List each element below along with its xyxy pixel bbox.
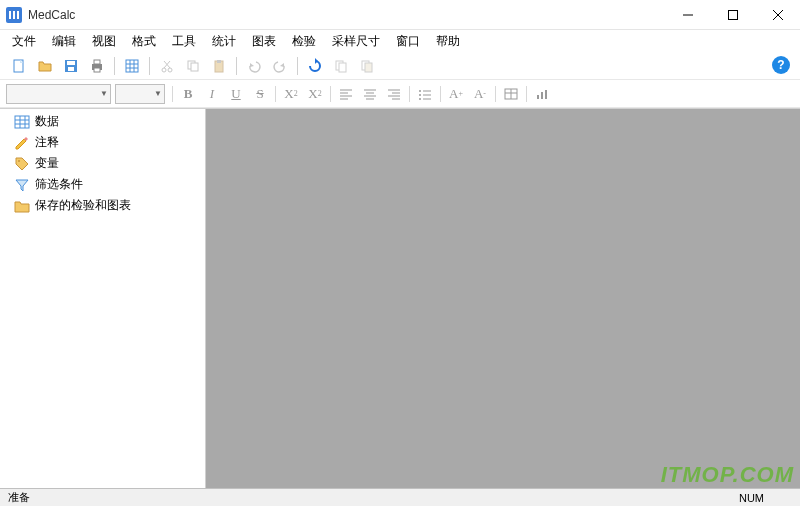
chart-format-button[interactable] [531,83,553,105]
menu-sample[interactable]: 采样尺寸 [324,31,388,52]
pencil-icon [14,135,30,151]
titlebar: MedCalc [0,0,800,30]
menu-edit[interactable]: 编辑 [44,31,84,52]
print-button[interactable] [85,54,109,78]
funnel-icon [14,177,30,193]
menu-chart[interactable]: 图表 [244,31,284,52]
increase-font-button[interactable]: A+ [445,83,467,105]
align-left-button[interactable] [335,83,357,105]
close-button[interactable] [755,0,800,30]
menu-format[interactable]: 格式 [124,31,164,52]
separator [495,86,496,102]
font-combo[interactable]: ▼ [6,84,111,104]
svg-rect-23 [217,60,221,63]
paste-button[interactable] [207,54,231,78]
menu-stats[interactable]: 统计 [204,31,244,52]
main-toolbar [0,52,800,80]
refresh-button[interactable] [303,54,327,78]
tree-item-label: 数据 [35,113,59,130]
tree-item-filter[interactable]: 筛选条件 [0,174,205,195]
grid-button[interactable] [120,54,144,78]
tree-item-variables[interactable]: 变量 [0,153,205,174]
tree-item-label: 保存的检验和图表 [35,197,131,214]
menu-view[interactable]: 视图 [84,31,124,52]
separator [440,86,441,102]
svg-rect-11 [126,60,138,72]
svg-point-41 [419,94,421,96]
svg-rect-49 [537,95,539,99]
svg-point-17 [168,68,172,72]
svg-point-40 [419,90,421,92]
italic-button[interactable]: I [201,83,223,105]
svg-rect-21 [191,63,198,71]
separator [149,57,150,75]
menu-window[interactable]: 窗口 [388,31,428,52]
separator [114,57,115,75]
strike-button[interactable]: S [249,83,271,105]
table-format-button[interactable] [500,83,522,105]
svg-rect-9 [94,60,100,64]
status-text: 准备 [8,490,739,505]
separator [409,86,410,102]
tree-item-saved[interactable]: 保存的检验和图表 [0,195,205,216]
menu-tools[interactable]: 工具 [164,31,204,52]
tree-item-notes[interactable]: 注释 [0,132,205,153]
svg-rect-51 [545,90,547,99]
undo-button[interactable] [242,54,266,78]
separator [236,57,237,75]
window-controls [665,0,800,30]
copy-format-button[interactable] [329,54,353,78]
subscript-button[interactable]: X2 [280,83,302,105]
sidebar: 数据 注释 变量 筛选条件 保存的检验和图表 [0,109,206,488]
svg-rect-52 [15,116,29,128]
svg-rect-6 [67,61,75,65]
svg-point-16 [162,68,166,72]
new-button[interactable] [7,54,31,78]
svg-rect-7 [68,67,74,71]
cut-button[interactable] [155,54,179,78]
redo-button[interactable] [268,54,292,78]
separator [172,86,173,102]
maximize-button[interactable] [710,0,755,30]
tree-item-data[interactable]: 数据 [0,111,205,132]
help-icon[interactable]: ? [772,56,790,74]
list-button[interactable] [414,83,436,105]
underline-button[interactable]: U [225,83,247,105]
align-right-button[interactable] [383,83,405,105]
open-button[interactable] [33,54,57,78]
copy-button[interactable] [181,54,205,78]
menu-test[interactable]: 检验 [284,31,324,52]
watermark: ITMOP.COM [661,462,794,488]
app-icon [6,7,22,23]
separator [275,86,276,102]
workspace: 数据 注释 变量 筛选条件 保存的检验和图表 [0,108,800,488]
svg-rect-1 [728,10,737,19]
status-num: NUM [739,492,792,504]
tag-icon [14,156,30,172]
align-center-button[interactable] [359,83,381,105]
svg-rect-10 [94,68,100,72]
tree-item-label: 变量 [35,155,59,172]
chevron-down-icon: ▼ [154,89,162,98]
svg-rect-25 [339,63,346,72]
separator [297,57,298,75]
app-title: MedCalc [28,8,665,22]
superscript-button[interactable]: X2 [304,83,326,105]
svg-point-42 [419,98,421,100]
svg-rect-50 [541,92,543,99]
size-combo[interactable]: ▼ [115,84,165,104]
separator [526,86,527,102]
tree-item-label: 注释 [35,134,59,151]
minimize-button[interactable] [665,0,710,30]
decrease-font-button[interactable]: A- [469,83,491,105]
separator [330,86,331,102]
paste-format-button[interactable] [355,54,379,78]
menu-help[interactable]: 帮助 [428,31,468,52]
bold-button[interactable]: B [177,83,199,105]
menu-file[interactable]: 文件 [4,31,44,52]
format-toolbar: ▼ ▼ B I U S X2 X2 A+ A- [0,80,800,108]
grid-icon [14,114,30,130]
statusbar: 准备 NUM [0,488,800,506]
save-button[interactable] [59,54,83,78]
svg-rect-27 [365,63,372,72]
